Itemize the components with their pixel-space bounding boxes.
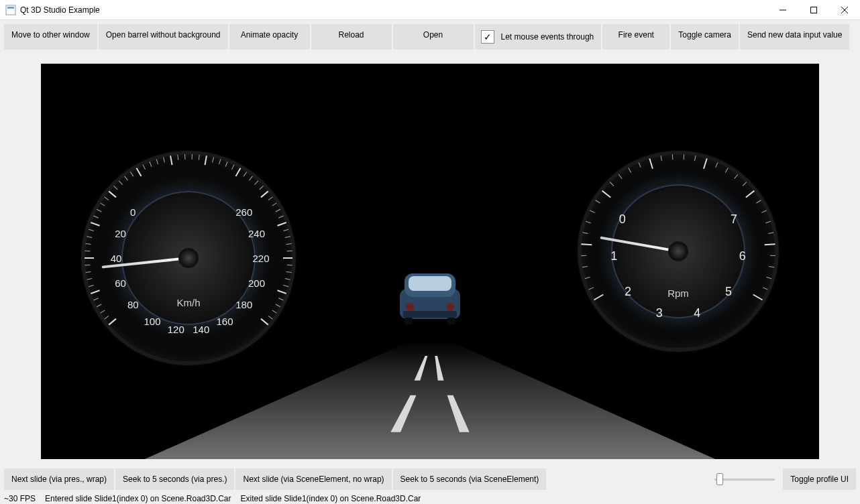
svg-rect-15 — [403, 311, 457, 318]
speedometer-label: Km/h — [176, 297, 200, 308]
toolbar-bottom: Next slide (via pres., wrap) Seek to 5 s… — [0, 466, 860, 493]
next-slide-scene-button[interactable]: Next slide (via SceneElement, no wrap) — [235, 468, 391, 490]
svg-point-16 — [406, 303, 414, 311]
exited-slide-label: Exited slide Slide1(index 0) on Scene.Ro… — [241, 494, 421, 503]
toggle-profile-ui-button[interactable]: Toggle profile UI — [783, 468, 856, 490]
checkbox-icon: ✓ — [481, 30, 494, 44]
fire-event-button[interactable]: Fire event — [602, 24, 669, 50]
window-title: Qt 3D Studio Example — [20, 5, 100, 15]
speedo-value: 240 — [248, 228, 265, 239]
tachometer: Rpm 01234567 — [578, 151, 779, 352]
open-button[interactable]: Open — [393, 24, 474, 50]
move-window-button[interactable]: Move to other window — [4, 24, 97, 50]
mouse-events-checkbox[interactable]: ✓ Let mouse events through — [475, 24, 602, 50]
titlebar: Qt 3D Studio Example — [0, 0, 860, 20]
tacho-value: 4 — [694, 306, 700, 320]
svg-rect-14 — [409, 276, 451, 291]
speedo-value: 80 — [127, 299, 139, 310]
app-icon — [5, 5, 16, 15]
speedometer: Km/h 02040608010012014016018020022024026… — [81, 151, 296, 365]
tacho-value: 5 — [725, 284, 732, 298]
speedo-value: 20 — [115, 228, 126, 239]
tachometer-label: Rpm — [667, 288, 689, 299]
maximize-button[interactable] — [798, 0, 829, 20]
seek-scene-button[interactable]: Seek to 5 seconds (via SceneElement) — [393, 468, 547, 490]
tacho-value: 6 — [739, 249, 746, 263]
speedo-value: 140 — [193, 324, 209, 335]
tacho-value: 0 — [619, 212, 626, 227]
tacho-value: 3 — [656, 306, 663, 320]
speedo-value: 180 — [235, 299, 252, 310]
fps-label: ~30 FPS — [4, 494, 36, 503]
minimize-button[interactable] — [767, 0, 798, 20]
viewport[interactable]: Km/h 02040608010012014016018020022024026… — [41, 64, 819, 459]
toolbar-top: Move to other window Open barrel without… — [0, 20, 860, 54]
viewport-container: Km/h 02040608010012014016018020022024026… — [0, 54, 860, 466]
tacho-value: 2 — [625, 284, 631, 298]
animate-opacity-button[interactable]: Animate opacity — [229, 24, 310, 50]
toggle-camera-button[interactable]: Toggle camera — [671, 24, 739, 50]
speedo-value: 100 — [144, 315, 160, 326]
statusbar: ~30 FPS Entered slide Slide1(index 0) on… — [0, 493, 860, 504]
svg-rect-18 — [405, 318, 413, 324]
speedo-value: 200 — [248, 277, 265, 288]
speedo-value: 160 — [216, 315, 233, 326]
send-data-input-button[interactable]: Send new data input value — [740, 24, 849, 50]
speedo-value: 120 — [168, 324, 184, 335]
open-barrel-button[interactable]: Open barrel without background — [99, 24, 228, 50]
svg-rect-19 — [447, 318, 455, 324]
entered-slide-label: Entered slide Slide1(index 0) on Scene.R… — [45, 494, 231, 503]
seek-pres-button[interactable]: Seek to 5 seconds (via pres.) — [115, 468, 234, 490]
reload-button[interactable]: Reload — [311, 24, 392, 50]
tacho-value: 7 — [731, 212, 737, 227]
speedo-value: 0 — [130, 206, 136, 217]
slider-thumb[interactable] — [716, 473, 723, 485]
svg-point-17 — [446, 303, 454, 311]
slider[interactable] — [714, 473, 775, 485]
speedo-value: 40 — [111, 253, 122, 264]
car-graphic — [390, 265, 470, 329]
close-button[interactable] — [829, 0, 860, 20]
svg-rect-1 — [7, 7, 14, 9]
speedo-value: 60 — [115, 277, 126, 288]
mouse-events-label: Let mouse events through — [501, 32, 594, 42]
tacho-value: 1 — [610, 249, 617, 263]
speedo-value: 220 — [252, 253, 269, 264]
speedo-value: 260 — [235, 206, 252, 217]
next-slide-pres-button[interactable]: Next slide (via pres., wrap) — [4, 468, 114, 490]
svg-rect-3 — [811, 7, 817, 13]
